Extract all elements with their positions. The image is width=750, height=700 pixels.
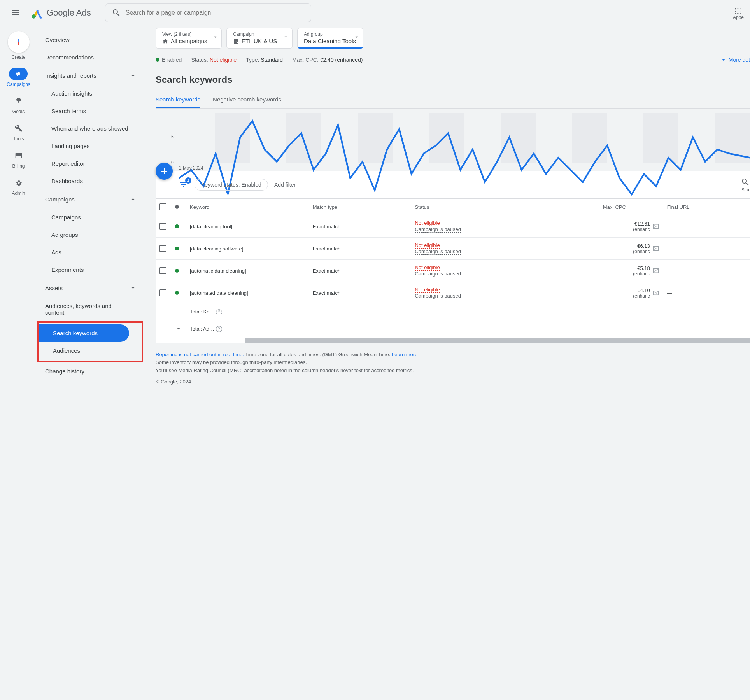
add-keyword-button[interactable] bbox=[156, 163, 173, 180]
gear-icon bbox=[15, 179, 23, 187]
rail-billing[interactable]: Billing bbox=[9, 149, 28, 169]
match-cell: Exact match bbox=[309, 282, 411, 304]
footer-link-reporting[interactable]: Reporting is not carried out in real tim… bbox=[156, 352, 244, 357]
image-off-icon bbox=[652, 223, 659, 230]
sidebar-search-keywords[interactable]: Search keywords bbox=[39, 324, 129, 342]
sidebar-overview[interactable]: Overview bbox=[37, 31, 146, 49]
sidebar-when-where[interactable]: When and where ads showed bbox=[37, 120, 146, 137]
sidebar-auction-insights[interactable]: Auction insights bbox=[37, 85, 146, 102]
chevron-down-icon[interactable] bbox=[175, 325, 182, 332]
sidebar-campaigns-sub[interactable]: Campaigns bbox=[37, 208, 146, 226]
search-box[interactable] bbox=[105, 4, 311, 22]
help-icon[interactable]: ? bbox=[216, 326, 222, 332]
sidebar-ads[interactable]: Ads bbox=[37, 243, 146, 261]
tab-negative-keywords[interactable]: Negative search keywords bbox=[213, 91, 281, 108]
sidebar-recommendations[interactable]: Recommendations bbox=[37, 49, 146, 66]
total-keywords-row: Total: Ke… ? bbox=[156, 304, 750, 320]
url-cell: — bbox=[663, 282, 750, 304]
rail-tools[interactable]: Tools bbox=[9, 122, 28, 142]
select-all-checkbox[interactable] bbox=[159, 203, 166, 210]
keyword-cell: [data cleaning software] bbox=[186, 238, 309, 260]
sidebar-change-history[interactable]: Change history bbox=[37, 362, 146, 380]
plus-icon bbox=[14, 37, 23, 47]
rail-goals[interactable]: Goals bbox=[9, 95, 28, 114]
create-button[interactable]: Create bbox=[8, 31, 30, 60]
home-icon bbox=[162, 38, 168, 44]
breadcrumb-campaign[interactable]: Campaign ETL UK & US bbox=[226, 28, 293, 49]
cpc-cell: €6.13(enhanc bbox=[566, 238, 663, 260]
sidebar-experiments[interactable]: Experiments bbox=[37, 261, 146, 278]
sidebar-audiences-keywords[interactable]: Audiences, keywords and content bbox=[37, 297, 146, 321]
status-cell: Not eligibleCampaign is paused bbox=[411, 260, 566, 282]
sidebar-search-terms[interactable]: Search terms bbox=[37, 102, 146, 120]
scrollbar[interactable] bbox=[245, 338, 750, 343]
tab-search-keywords[interactable]: Search keywords bbox=[156, 91, 200, 108]
chart: 5 0 1 May 2024 bbox=[156, 113, 750, 171]
sidebar-assets[interactable]: Assets bbox=[37, 278, 146, 297]
url-cell: — bbox=[663, 260, 750, 282]
chevron-down-icon bbox=[129, 284, 137, 292]
trophy-icon bbox=[15, 97, 23, 105]
row-checkbox[interactable] bbox=[159, 289, 166, 296]
search-input[interactable] bbox=[126, 9, 305, 16]
status-cell: Not eligibleCampaign is paused bbox=[411, 282, 566, 304]
sidebar-insights[interactable]: Insights and reports bbox=[37, 66, 146, 85]
row-checkbox[interactable] bbox=[159, 223, 166, 230]
sidebar-landing-pages[interactable]: Landing pages bbox=[37, 137, 146, 155]
sidebar-campaigns[interactable]: Campaigns bbox=[37, 190, 146, 208]
sidebar-audiences-sub[interactable]: Audiences bbox=[39, 342, 138, 359]
chevron-down-icon bbox=[720, 56, 727, 63]
appearance-button[interactable]: ⬚ Appe bbox=[733, 5, 744, 20]
svg-rect-1 bbox=[234, 39, 238, 44]
url-cell: — bbox=[663, 238, 750, 260]
row-checkbox[interactable] bbox=[159, 245, 166, 252]
rail-campaigns[interactable]: Campaigns bbox=[7, 68, 30, 87]
search-icon bbox=[112, 8, 121, 18]
footer: Reporting is not carried out in real tim… bbox=[156, 343, 750, 394]
table-row[interactable]: [automatic data cleaning] Exact match No… bbox=[156, 260, 750, 282]
chevron-up-icon bbox=[129, 72, 137, 79]
search-icon bbox=[741, 177, 750, 187]
hamburger-menu[interactable] bbox=[6, 4, 25, 22]
status-cpc: Max. CPC: €2.40 (enhanced) bbox=[292, 57, 363, 63]
megaphone-icon bbox=[14, 70, 22, 78]
logo-text-1: Google bbox=[47, 8, 74, 18]
menu-icon bbox=[11, 8, 20, 18]
status-type: Type: Standard bbox=[246, 57, 283, 63]
add-filter-button[interactable]: Add filter bbox=[274, 182, 296, 188]
sidebar-dashboards[interactable]: Dashboards bbox=[37, 172, 146, 190]
row-checkbox[interactable] bbox=[159, 267, 166, 274]
logo-text-2: Ads bbox=[76, 8, 91, 18]
status-enabled: Enabled bbox=[156, 57, 182, 63]
cpc-cell: €5.18(enhanc bbox=[566, 260, 663, 282]
dropdown-icon bbox=[354, 34, 360, 40]
chevron-up-icon bbox=[129, 195, 137, 203]
breadcrumb-adgroup[interactable]: Ad group Data Cleaning Tools bbox=[297, 28, 363, 49]
cpc-cell: €4.10(enhanc bbox=[566, 282, 663, 304]
highlight-box: Search keywords Audiences bbox=[37, 321, 143, 362]
sidebar-ad-groups[interactable]: Ad groups bbox=[37, 226, 146, 243]
help-icon[interactable]: ? bbox=[216, 309, 222, 315]
filter-button[interactable]: 1 bbox=[179, 180, 188, 190]
dropdown-icon bbox=[212, 34, 218, 40]
footer-link-learn[interactable]: Learn more bbox=[392, 352, 417, 357]
filter-chip[interactable]: Keyword status: Enabled bbox=[195, 179, 268, 191]
table-row[interactable]: [automated data cleaning] Exact match No… bbox=[156, 282, 750, 304]
total-adgroup-row: Total: Ad… ? bbox=[156, 320, 750, 338]
match-cell: Exact match bbox=[309, 260, 411, 282]
status-dot bbox=[175, 224, 179, 228]
image-off-icon bbox=[652, 289, 659, 296]
keyword-cell: [automated data cleaning] bbox=[186, 282, 309, 304]
toolbar-search[interactable]: Sea bbox=[741, 177, 750, 192]
status-dot-header bbox=[175, 205, 179, 209]
page-title: Search keywords bbox=[156, 74, 750, 85]
breadcrumb-view[interactable]: View (2 filters) All campaigns bbox=[156, 28, 222, 49]
logo[interactable]: Google Ads bbox=[31, 7, 91, 19]
more-details-button[interactable]: More det bbox=[720, 56, 750, 63]
keywords-table: Keyword Match type Status Max. CPC Final… bbox=[156, 198, 750, 338]
status-dot bbox=[175, 291, 179, 295]
match-cell: Exact match bbox=[309, 238, 411, 260]
rail-admin[interactable]: Admin bbox=[9, 177, 28, 196]
table-row[interactable]: [data cleaning software] Exact match Not… bbox=[156, 238, 750, 260]
sidebar-report-editor[interactable]: Report editor bbox=[37, 155, 146, 172]
